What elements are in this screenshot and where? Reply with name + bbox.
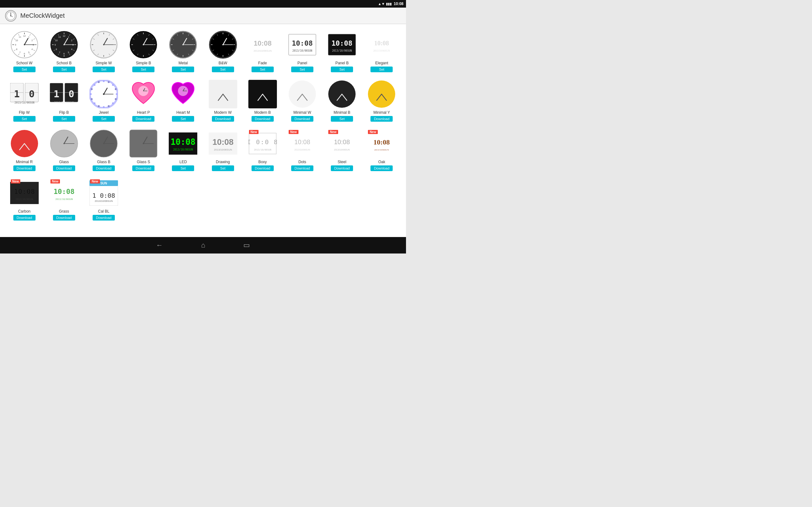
svg-point-206 <box>143 143 144 144</box>
clock-item-metal: MetalSet <box>164 28 202 75</box>
svg-point-162 <box>91 88 93 90</box>
clock-item-heart-p: Heart PDownload <box>124 77 163 124</box>
clock-preview-simple-w <box>90 31 118 59</box>
svg-text:11: 11 <box>58 36 61 38</box>
main-content[interactable]: 121234567891011School WSet12123456789101… <box>0 24 406 237</box>
recents-button[interactable]: ▭ <box>243 241 250 249</box>
clock-preview-glass-s <box>129 129 158 158</box>
wifi-icon: ▲▼ <box>378 2 385 6</box>
download-button-steel[interactable]: Download <box>331 165 353 171</box>
svg-point-91 <box>143 44 144 45</box>
svg-text:2013/10/06SUN: 2013/10/06SUN <box>332 49 352 52</box>
svg-point-201 <box>103 143 104 144</box>
download-button-modern-b[interactable]: Download <box>252 116 274 122</box>
clock-preview-flip-b: 102013/10/06SUN <box>50 80 78 108</box>
download-button-boxy[interactable]: Download <box>252 165 274 171</box>
clock-item-steel: NewNew10:082013/10/06SUNSteelDownload <box>323 127 361 174</box>
clock-label-minimal-b: Minimal B <box>334 110 351 115</box>
svg-text:2013/10/06SUN: 2013/10/06SUN <box>334 149 350 151</box>
svg-text:1 0:08: 1 0:08 <box>92 192 115 199</box>
home-button[interactable]: ⌂ <box>201 241 205 249</box>
clock-item-heart-m: Heart MSet <box>164 77 202 124</box>
clock-label-minimal-w: Minimal W <box>293 110 311 115</box>
set-button-minimal-b[interactable]: Set <box>331 116 353 122</box>
svg-text:1: 1 <box>28 36 30 38</box>
svg-text:7: 7 <box>19 51 20 54</box>
clock-preview-bw <box>209 31 237 59</box>
clock-grid: 121234567891011School WSet12123456789101… <box>5 28 401 223</box>
clock-preview-heart-p <box>129 80 158 108</box>
download-button-minimal-r[interactable]: Download <box>13 165 36 171</box>
download-button-oak[interactable]: Download <box>370 165 393 171</box>
svg-point-154 <box>115 98 117 100</box>
clock-item-panel: 10:082013/10/06SUNPanelSet <box>283 28 321 75</box>
set-button-simple-b[interactable]: Set <box>132 66 154 72</box>
svg-point-123 <box>222 44 223 45</box>
svg-text:10:08: 10:08 <box>374 138 390 146</box>
set-button-drawing[interactable]: Set <box>212 165 234 171</box>
svg-text:7: 7 <box>59 51 60 54</box>
download-button-minimal-w[interactable]: Download <box>291 116 313 122</box>
new-badge-cal-bl: New <box>90 179 100 183</box>
download-button-glass-s[interactable]: Download <box>132 165 154 171</box>
set-button-simple-w[interactable]: Set <box>93 66 115 72</box>
set-button-flip-w[interactable]: Set <box>13 116 36 122</box>
svg-text:10: 10 <box>55 39 58 42</box>
clock-label-metal: Metal <box>179 61 188 65</box>
download-button-dots[interactable]: Download <box>291 165 313 171</box>
svg-text:2013/10/06SUN: 2013/10/06SUN <box>214 148 232 151</box>
battery-icon: ▮▮▮ <box>386 2 392 6</box>
back-button[interactable]: ← <box>156 241 163 249</box>
clock-label-school-b: School B <box>56 61 72 65</box>
clock-label-minimal-r: Minimal R <box>16 160 33 164</box>
clock-label-minimal-y: Minimal Y <box>373 110 390 115</box>
svg-text:2013/10/06SUN: 2013/10/06SUN <box>173 148 193 151</box>
set-button-jewel[interactable]: Set <box>93 116 115 122</box>
clock-item-boxy: NewNewI 0:0 82013/10/06SUNBoxyDownload <box>243 127 282 174</box>
download-button-grass[interactable]: Download <box>53 215 75 221</box>
clock-label-drawing: Drawing <box>216 160 230 164</box>
clock-item-minimal-r: Minimal RDownload <box>5 127 44 174</box>
download-button-heart-p[interactable]: Download <box>132 116 154 122</box>
set-button-bw[interactable]: Set <box>212 66 234 72</box>
svg-text:4: 4 <box>71 48 72 50</box>
set-button-flip-b[interactable]: Set <box>53 116 75 122</box>
clock-preview-panel: 10:082013/10/06SUN <box>288 31 316 59</box>
set-button-school-b[interactable]: Set <box>53 66 75 72</box>
svg-text:9: 9 <box>15 44 16 46</box>
status-bar: ▲▼ ▮▮▮ 10:08 <box>0 0 406 8</box>
download-button-glass-b[interactable]: Download <box>93 165 115 171</box>
download-button-modern-w[interactable]: Download <box>212 116 234 122</box>
clock-preview-jewel <box>90 80 118 108</box>
svg-text:2: 2 <box>71 39 72 42</box>
set-button-elegant[interactable]: Set <box>370 66 393 72</box>
svg-text:9: 9 <box>55 44 56 46</box>
clock-label-flip-b: Flip B <box>59 110 69 115</box>
svg-text:10:08: 10:08 <box>14 187 35 195</box>
clock-item-drawing: 10:082013/10/06SUNDrawingSet <box>204 127 242 174</box>
clock-preview-glass <box>50 129 78 158</box>
svg-point-149 <box>103 80 105 82</box>
clock-label-simple-w: Simple W <box>96 61 112 65</box>
download-button-cal-bl[interactable]: Download <box>93 215 115 221</box>
set-button-metal[interactable]: Set <box>172 66 194 72</box>
clock-preview-cal-bl: NewNewSUN1 0:082013/10/06SUN <box>90 179 118 207</box>
clock-label-fade: Fade <box>258 61 267 65</box>
download-button-carbon[interactable]: Download <box>13 215 36 221</box>
set-button-fade[interactable]: Set <box>252 66 274 72</box>
download-button-minimal-y[interactable]: Download <box>370 116 393 122</box>
clock-item-simple-b: Simple BSet <box>124 28 163 75</box>
set-button-panel-b[interactable]: Set <box>331 66 353 72</box>
set-button-heart-m[interactable]: Set <box>172 116 194 122</box>
clock-item-minimal-b: Minimal BSet <box>323 77 361 124</box>
svg-text:10:08: 10:08 <box>212 137 234 147</box>
clock-label-school-w: School W <box>16 61 32 65</box>
download-button-glass[interactable]: Download <box>53 165 75 171</box>
clock-label-flip-w: Flip W <box>19 110 30 115</box>
set-button-led[interactable]: Set <box>172 165 194 171</box>
clock-item-elegant: 10:082013/10/06SUNElegantSet <box>362 28 401 75</box>
set-button-school-w[interactable]: Set <box>13 66 36 72</box>
set-button-panel[interactable]: Set <box>291 66 313 72</box>
clock-preview-school-b: 121234567891011 <box>50 31 78 59</box>
clock-label-grass: Grass <box>59 209 69 214</box>
